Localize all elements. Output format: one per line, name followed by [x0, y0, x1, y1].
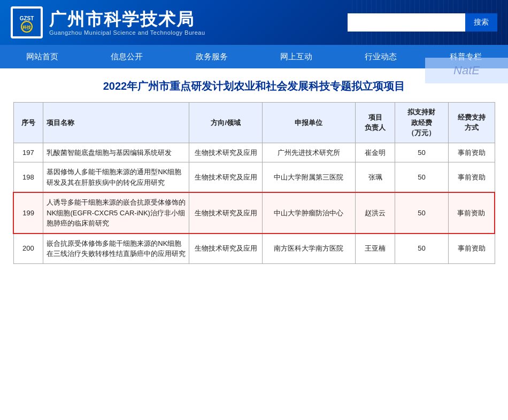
table-cell: 事前资助	[448, 143, 495, 162]
header: GZST 科技 广州市科学技术局 Guangzhou Municipal Sci…	[0, 0, 508, 45]
table-cell: 50	[395, 192, 448, 234]
table-row: 199人诱导多能干细胞来源的嵌合抗原受体修饰的NK细胞(EGFR-CXCR5 C…	[13, 192, 495, 234]
site-title: 广州市科学技术局	[49, 9, 205, 29]
main-nav: 网站首页 信息公开 政务服务 网上互动 行业动态 科普专栏	[0, 45, 508, 68]
table-cell: 基因修饰人多能干细胞来源的通用型NK细胞研发及其在肝脏疾病中的转化应用研究	[43, 162, 189, 193]
table-cell: 中山大学附属第三医院	[263, 162, 356, 193]
table-cell: 崔金明	[355, 143, 395, 162]
table-cell: 生物技术研究及应用	[189, 234, 263, 264]
table-cell: 赵洪云	[355, 192, 395, 234]
page-title: 2022年广州市重点研发计划农业和社会发展科技专题拟立项项目	[13, 79, 495, 94]
table-cell: 事前资助	[448, 192, 495, 234]
table-cell: 张珮	[355, 162, 395, 193]
table-header-row: 序号 项目名称 方向/领域 申报单位 项目负责人 拟支持财政经费（万元） 经费支…	[13, 103, 495, 143]
table-cell: 事前资助	[448, 162, 495, 193]
table-cell: 生物技术研究及应用	[189, 162, 263, 193]
th-name: 项目名称	[43, 103, 189, 143]
search-button[interactable]: 搜索	[465, 13, 497, 32]
table-cell: 50	[395, 162, 448, 193]
table-cell: 中山大学肿瘤防治中心	[263, 192, 356, 234]
table-cell: 王亚楠	[355, 234, 395, 264]
table-cell: 南方医科大学南方医院	[263, 234, 356, 264]
th-seq: 序号	[13, 103, 43, 143]
search-area: 搜索	[348, 13, 497, 32]
nav-service[interactable]: 政务服务	[170, 45, 254, 68]
nav-info[interactable]: 信息公开	[84, 45, 169, 68]
table-row: 197乳酸菌智能底盘细胞与基因编辑系统研发生物技术研究及应用广州先进技术研究所崔…	[13, 143, 495, 162]
projects-table: 序号 项目名称 方向/领域 申报单位 项目负责人 拟支持财政经费（万元） 经费支…	[13, 102, 495, 264]
th-type: 经费支持方式	[448, 103, 495, 143]
table-cell: 生物技术研究及应用	[189, 192, 263, 234]
nav-science[interactable]: 科普专栏	[424, 45, 508, 68]
svg-text:科技: 科技	[22, 25, 32, 30]
content-area: 2022年广州市重点研发计划农业和社会发展科技专题拟立项项目 序号 项目名称 方…	[0, 68, 508, 275]
logo-icon: GZST 科技	[11, 6, 43, 38]
svg-text:GZST: GZST	[20, 15, 34, 21]
site-subtitle: Guangzhou Municipal Science and Technolo…	[49, 29, 205, 36]
logo-text-area: 广州市科学技术局 Guangzhou Municipal Science and…	[49, 9, 205, 36]
table-cell: 50	[395, 143, 448, 162]
table-row: 200嵌合抗原受体修饰多能干细胞来源的NK细胞在三线治疗失败转移性结直肠癌中的应…	[13, 234, 495, 264]
table-cell: 人诱导多能干细胞来源的嵌合抗原受体修饰的NK细胞(EGFR-CXCR5 CAR-…	[43, 192, 189, 234]
table-cell: 198	[13, 162, 43, 193]
table-cell: 事前资助	[448, 234, 495, 264]
table-cell: 199	[13, 192, 43, 234]
logo-area: GZST 科技 广州市科学技术局 Guangzhou Municipal Sci…	[11, 6, 205, 38]
table-cell: 200	[13, 234, 43, 264]
nav-industry[interactable]: 行业动态	[338, 45, 423, 68]
table-cell: 50	[395, 234, 448, 264]
search-input[interactable]	[348, 13, 465, 32]
table-cell: 乳酸菌智能底盘细胞与基因编辑系统研发	[43, 143, 189, 162]
table-cell: 嵌合抗原受体修饰多能干细胞来源的NK细胞在三线治疗失败转移性结直肠癌中的应用研究	[43, 234, 189, 264]
th-head: 项目负责人	[355, 103, 395, 143]
table-cell: 197	[13, 143, 43, 162]
th-fund: 拟支持财政经费（万元）	[395, 103, 448, 143]
nav-interact[interactable]: 网上互动	[254, 45, 338, 68]
table-cell: 广州先进技术研究所	[263, 143, 356, 162]
th-org: 申报单位	[263, 103, 356, 143]
table-cell: 生物技术研究及应用	[189, 143, 263, 162]
table-row: 198基因修饰人多能干细胞来源的通用型NK细胞研发及其在肝脏疾病中的转化应用研究…	[13, 162, 495, 193]
nav-home[interactable]: 网站首页	[0, 45, 84, 68]
th-dir: 方向/领域	[189, 103, 263, 143]
